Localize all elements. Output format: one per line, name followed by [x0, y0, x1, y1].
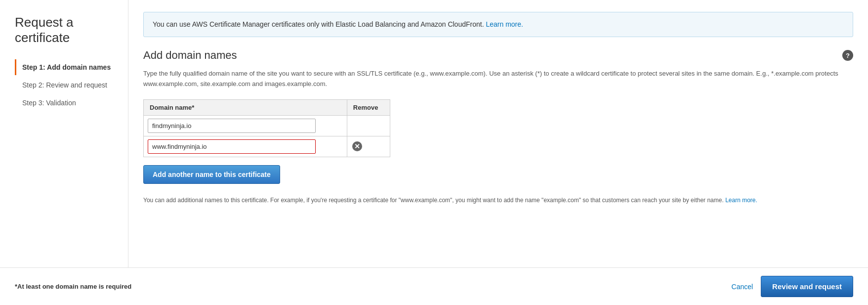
table-row: ✕ — [144, 136, 390, 157]
additional-note: You can add additional names to this cer… — [143, 196, 853, 205]
sidebar-item-step2[interactable]: Step 2: Review and request — [15, 77, 118, 93]
help-icon[interactable]: ? — [842, 50, 853, 61]
required-note: *At least one domain name is required — [15, 283, 131, 290]
additional-note-text: You can add additional names to this cer… — [143, 197, 725, 204]
table-row — [144, 115, 390, 136]
domain-cell-2 — [144, 136, 347, 157]
page-layout: Request a certificate Step 1: Add domain… — [0, 0, 868, 305]
footer-actions: Cancel Review and request — [732, 276, 853, 297]
section-title: Add domain names — [143, 49, 237, 62]
section-description: Type the fully qualified domain name of … — [143, 69, 853, 89]
info-banner: You can use AWS Certificate Manager cert… — [143, 12, 853, 37]
sidebar-item-step3[interactable]: Step 3: Validation — [15, 95, 118, 111]
main-content: You can use AWS Certificate Manager cert… — [128, 0, 868, 305]
review-and-request-button[interactable]: Review and request — [761, 276, 853, 297]
domain-table: Domain name* Remove ✕ — [143, 99, 390, 157]
add-name-button-container: Add another name to this certificate — [143, 165, 853, 190]
footer-bar: *At least one domain name is required Ca… — [0, 267, 868, 305]
remove-cell-2: ✕ — [347, 136, 390, 157]
column-header-domain: Domain name* — [144, 99, 347, 115]
sidebar: Request a certificate Step 1: Add domain… — [0, 0, 128, 305]
additional-note-learn-more[interactable]: Learn more. — [725, 197, 757, 204]
cancel-link[interactable]: Cancel — [732, 283, 753, 291]
info-banner-link[interactable]: Learn more. — [486, 20, 523, 28]
remove-circle-icon: ✕ — [352, 141, 362, 151]
column-header-remove: Remove — [347, 99, 390, 115]
domain-input-1[interactable] — [148, 119, 316, 133]
add-name-button[interactable]: Add another name to this certificate — [143, 165, 280, 184]
remove-cell-1 — [347, 115, 390, 136]
domain-input-2[interactable] — [148, 139, 316, 154]
section-header: Add domain names ? — [143, 49, 853, 62]
page-title: Request a certificate — [15, 15, 118, 45]
remove-button-2[interactable]: ✕ — [351, 140, 363, 152]
domain-cell-1 — [144, 115, 347, 136]
sidebar-item-step1[interactable]: Step 1: Add domain names — [15, 59, 118, 75]
info-banner-text: You can use AWS Certificate Manager cert… — [153, 20, 486, 28]
